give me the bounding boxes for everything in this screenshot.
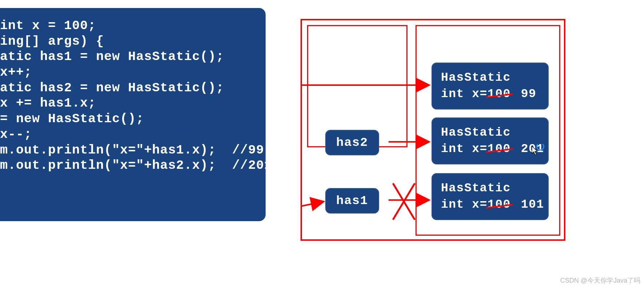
- code-line: atic has2 = new HasStatic();: [0, 81, 224, 95]
- new-value: 99: [521, 87, 537, 101]
- heap-object-3: HasStatic int x=100101: [432, 173, 549, 220]
- new-value: 201: [521, 142, 544, 156]
- watermark: CSDN @今天你学Java了吗: [560, 276, 640, 285]
- svg-line-1: [393, 183, 415, 220]
- strike-value: 100: [488, 198, 511, 211]
- code-line: int x = 100;: [0, 19, 96, 33]
- heap-object-1: HasStatic int x=10099: [432, 63, 549, 109]
- stack-var-has2: has2: [325, 130, 379, 155]
- code-line: x += has1.x;: [0, 96, 96, 111]
- var-label: has2: [336, 136, 368, 150]
- obj-title: HasStatic: [441, 70, 539, 86]
- strike-value: 100: [488, 87, 511, 101]
- var-label: has1: [336, 194, 368, 208]
- stack-region: [307, 25, 408, 147]
- code-line: m.out.println("x="+has2.x); //201: [0, 158, 266, 173]
- code-block: int x = 100; ing[] args) { atic has1 = n…: [0, 8, 266, 221]
- code-line: x--;: [0, 127, 32, 142]
- new-value: 101: [521, 198, 544, 211]
- obj-title: HasStatic: [441, 125, 539, 141]
- obj-title: HasStatic: [441, 180, 539, 197]
- heap-object-2: HasStatic int x=100201: [432, 117, 549, 164]
- code-line: m.out.println("x="+has1.x); //99: [0, 143, 264, 158]
- code-line: ing[] args) {: [0, 34, 104, 49]
- obj-field: int x=100201: [441, 141, 539, 158]
- memory-diagram: has2 has1 HasStatic int x=10099 HasStati…: [301, 19, 565, 241]
- code-line: atic has1 = new HasStatic();: [0, 49, 224, 64]
- code-line: x++;: [0, 65, 32, 80]
- stack-var-has1: has1: [325, 188, 379, 214]
- code-line: = new HasStatic();: [0, 112, 144, 126]
- obj-field: int x=100101: [441, 197, 539, 213]
- svg-line-0: [393, 183, 415, 220]
- strike-value: 100: [488, 142, 511, 156]
- obj-field: int x=10099: [441, 86, 539, 103]
